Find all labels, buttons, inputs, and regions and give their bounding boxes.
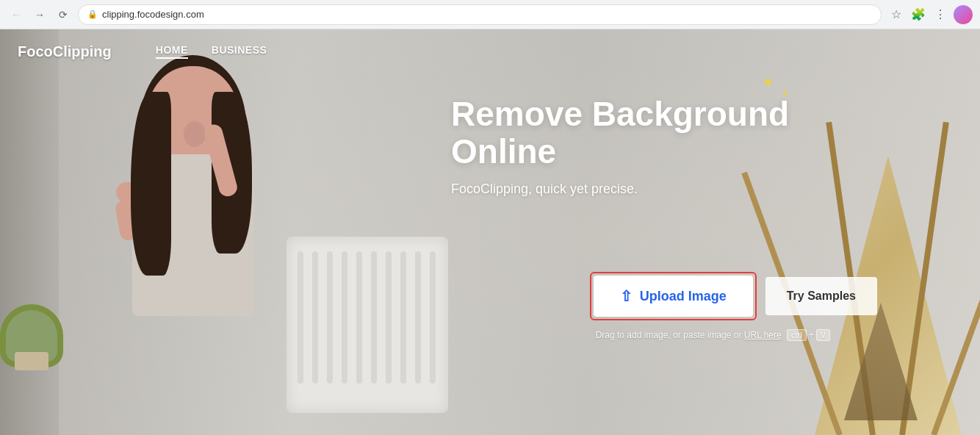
upload-image-button[interactable]: ⇧ Upload Image (594, 276, 753, 317)
nav-links: HOME BUSINESS (156, 44, 267, 59)
upload-icon: ⇧ (620, 287, 633, 305)
try-samples-label: Try Samples (787, 290, 856, 302)
try-samples-button[interactable]: Try Samples (765, 277, 877, 315)
browser-chrome: ← → ⟳ 🔒 clipping.focodesign.com ☆ 🧩 ⋮ (0, 0, 980, 29)
upload-section: ⇧ Upload Image Try Samples Drag to add i… (590, 272, 877, 341)
drag-hint: Drag to add image, or paste image or URL… (596, 329, 830, 341)
upload-image-label: Upload Image (640, 289, 727, 304)
menu-icon[interactable]: ⋮ (932, 6, 949, 24)
address-bar[interactable]: 🔒 clipping.focodesign.com (78, 4, 882, 25)
reload-button[interactable]: ⟳ (54, 6, 72, 24)
lock-icon: 🔒 (87, 10, 98, 19)
avatar[interactable] (954, 5, 973, 24)
url-text: clipping.focodesign.com (102, 9, 872, 20)
site-logo: FocoClipping (18, 43, 112, 60)
bookmark-icon[interactable]: ☆ (887, 6, 905, 24)
sparkle-decoration: ✦ (762, 73, 774, 91)
url-hint-link[interactable]: URL here (744, 330, 782, 340)
hero-subtitle: FocoClipping, quick yet precise. (451, 181, 804, 197)
forward-button[interactable]: → (31, 6, 48, 24)
browser-actions: ☆ 🧩 ⋮ (887, 5, 973, 24)
hero-section: Remove Background Online FocoClipping, q… (451, 96, 804, 220)
v-key: V (816, 329, 830, 341)
upload-image-wrapper: ⇧ Upload Image (590, 272, 757, 320)
plant-pot (15, 352, 48, 370)
main-content: ✦ ✦ FocoClipping HOME BUSINESS Remove Ba… (0, 29, 980, 435)
hero-title: Remove Background Online (451, 96, 804, 170)
crib-furniture (287, 237, 448, 413)
girl-figure (73, 48, 323, 430)
curtain-decoration (0, 29, 59, 435)
keyboard-shortcut: ctrl + V (787, 329, 830, 341)
upload-buttons-row: ⇧ Upload Image Try Samples (590, 272, 877, 320)
plus-sign: + (809, 330, 814, 340)
site-navigation: FocoClipping HOME BUSINESS (0, 29, 980, 73)
back-button[interactable]: ← (7, 6, 25, 24)
drag-hint-text: Drag to add image, or paste image or (596, 330, 744, 340)
nav-business[interactable]: BUSINESS (212, 44, 267, 59)
nav-home[interactable]: HOME (156, 44, 188, 59)
ctrl-key: ctrl (787, 329, 807, 341)
extensions-icon[interactable]: 🧩 (909, 6, 927, 24)
